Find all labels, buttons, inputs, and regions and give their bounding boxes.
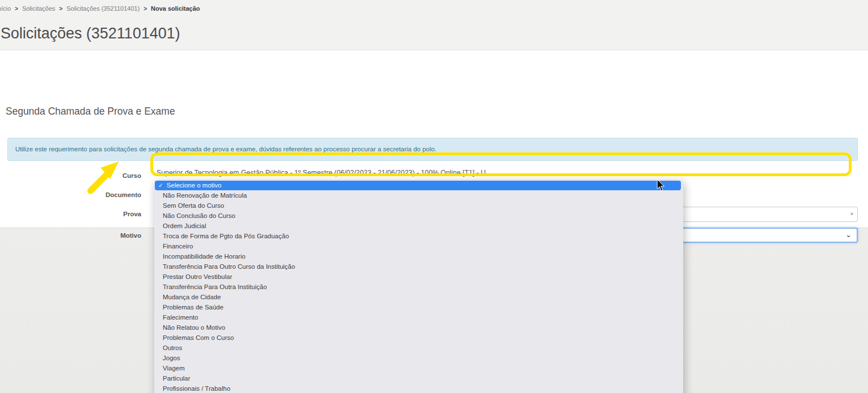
dropdown-option[interactable]: Incompatibilidade de Horario <box>154 251 683 261</box>
breadcrumb-separator-icon: > <box>59 6 63 12</box>
dropdown-option[interactable]: Outros <box>154 343 683 353</box>
dropdown-option[interactable]: Sem Oferta do Curso <box>154 200 683 211</box>
dropdown-option[interactable]: Financeiro <box>154 241 683 251</box>
dropdown-option[interactable]: Troca de Forma de Pgto da Pós Graduação <box>154 231 683 241</box>
dropdown-option[interactable]: Transferência Para Outra Instituição <box>154 282 683 292</box>
dropdown-option[interactable]: Particular <box>154 373 683 383</box>
motivo-dropdown-list: ✓Selecione o motivo Não Renovação de Mat… <box>154 180 683 393</box>
section-heading: Segunda Chamada de Prova e Exame <box>6 106 175 117</box>
dropdown-option-selected[interactable]: ✓Selecione o motivo <box>155 181 681 190</box>
breadcrumb-separator-icon: > <box>144 6 147 12</box>
page-header: Início>Solicitações>Solicitações (352110… <box>0 0 868 50</box>
dropdown-option[interactable]: Profissionais / Trabalho <box>154 383 683 393</box>
chevron-down-icon: ⌄ <box>845 230 852 239</box>
breadcrumb-item-solicitacoes[interactable]: Solicitações <box>22 5 55 12</box>
prova-label: Prova <box>0 211 141 217</box>
dropdown-option[interactable]: Falecimento <box>154 312 683 322</box>
page-title: Solicitações (3521101401) <box>1 25 180 42</box>
check-icon: ✓ <box>158 182 163 189</box>
dropdown-option[interactable]: Problemas de Saúde <box>154 302 683 312</box>
dropdown-option[interactable]: Não Renovação de Matrícula <box>154 190 683 200</box>
dropdown-option[interactable]: Problemas Com o Curso <box>154 333 683 343</box>
dropdown-option[interactable]: Mudança de Cidade <box>154 292 683 302</box>
dropdown-selected-label: Selecione o motivo <box>167 182 222 189</box>
breadcrumb-separator-icon: > <box>15 6 18 12</box>
breadcrumb-item-nova-solicitacao: Nova solicitação <box>151 5 200 12</box>
highlight-annotation <box>150 152 852 176</box>
motivo-label: Motivo <box>0 232 141 239</box>
dropdown-option[interactable]: Ordem Judicial <box>154 221 683 231</box>
breadcrumb-item-solicitacoes-id[interactable]: Solicitações (3521101401) <box>67 5 140 12</box>
breadcrumb-item-inicio[interactable]: Início <box>0 5 11 12</box>
arrow-annotation-icon <box>83 158 124 198</box>
dropdown-option[interactable]: Prestar Outro Vestibular <box>154 272 683 282</box>
breadcrumb: Início>Solicitações>Solicitações (352110… <box>0 5 200 12</box>
dropdown-option[interactable]: Jogos <box>154 353 683 363</box>
dropdown-options: Não Renovação de MatrículaSem Oferta do … <box>154 190 683 393</box>
dropdown-option[interactable]: Viagem <box>154 363 683 373</box>
dropdown-option[interactable]: Transferência Para Outro Curso da Instit… <box>154 261 683 272</box>
mouse-cursor-icon <box>657 179 666 195</box>
dropdown-option[interactable]: Não Conclusão do Curso <box>154 211 683 221</box>
dropdown-option[interactable]: Não Relatou o Motivo <box>154 322 683 333</box>
chevron-down-icon: ˅ <box>850 211 853 217</box>
